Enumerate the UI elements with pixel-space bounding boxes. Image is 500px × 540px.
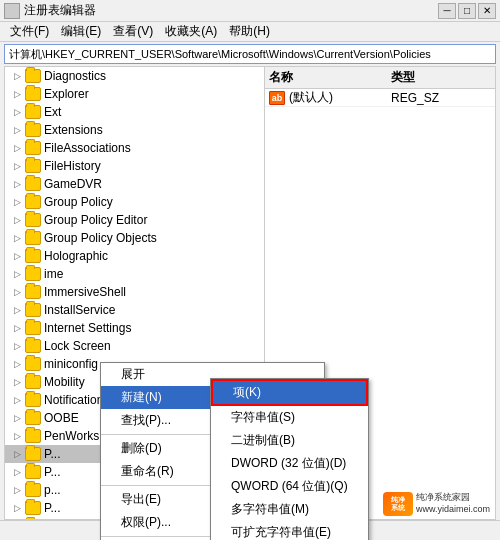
folder-icon xyxy=(25,69,41,83)
expand-icon: ▷ xyxy=(9,410,25,426)
folder-icon xyxy=(25,447,41,461)
tree-item-label: Mobility xyxy=(44,375,85,389)
tree-item[interactable]: ▷Extensions xyxy=(5,121,264,139)
address-bar: 计算机\ HKEY_CURRENT_USER\Software\Microsof… xyxy=(4,44,496,64)
menu-help[interactable]: 帮助(H) xyxy=(223,22,276,41)
tree-item-label: Group Policy xyxy=(44,195,113,209)
tree-item-label: InstallService xyxy=(44,303,115,317)
expand-icon: ▷ xyxy=(9,104,25,120)
expand-icon: ▷ xyxy=(9,230,25,246)
tree-item[interactable]: ▷Holographic xyxy=(5,247,264,265)
submenu-multistring[interactable]: 多字符串值(M) xyxy=(211,498,368,521)
folder-icon xyxy=(25,285,41,299)
expand-icon: ▷ xyxy=(9,194,25,210)
folder-icon xyxy=(25,357,41,371)
tree-item-label: Explorer xyxy=(44,87,89,101)
expand-icon: ▷ xyxy=(9,482,25,498)
address-value[interactable]: HKEY_CURRENT_USER\Software\Microsoft\Win… xyxy=(45,48,491,60)
tree-item-label: ImmersiveShell xyxy=(44,285,126,299)
folder-icon xyxy=(25,465,41,479)
expand-icon: ▷ xyxy=(9,176,25,192)
submenu-key[interactable]: 项(K) xyxy=(211,379,368,406)
tree-item-label: Extensions xyxy=(44,123,103,137)
folder-icon xyxy=(25,393,41,407)
folder-icon xyxy=(25,375,41,389)
tree-item-label: ime xyxy=(44,267,63,281)
expand-icon: ▷ xyxy=(9,356,25,372)
tree-item-label: Group Policy Objects xyxy=(44,231,157,245)
maximize-button[interactable]: □ xyxy=(458,3,476,19)
expand-icon: ▷ xyxy=(9,500,25,516)
folder-icon xyxy=(25,159,41,173)
submenu-expandstring[interactable]: 可扩充字符串值(E) xyxy=(211,521,368,540)
tree-item[interactable]: ▷InstallService xyxy=(5,301,264,319)
tree-item-label: miniconfig xyxy=(44,357,98,371)
app-icon xyxy=(4,3,20,19)
main-content: ▷Diagnostics▷Explorer▷Ext▷Extensions▷Fil… xyxy=(4,66,496,520)
expand-icon: ▷ xyxy=(9,320,25,336)
expand-icon: ▷ xyxy=(9,86,25,102)
folder-icon xyxy=(25,141,41,155)
folder-icon xyxy=(25,501,41,515)
folder-icon xyxy=(25,105,41,119)
tree-item-label: GameDVR xyxy=(44,177,102,191)
address-label: 计算机\ xyxy=(9,47,45,62)
folder-icon xyxy=(25,87,41,101)
menu-favorites[interactable]: 收藏夹(A) xyxy=(159,22,223,41)
tree-item-label: FileAssociations xyxy=(44,141,131,155)
tree-item[interactable]: ▷Group Policy xyxy=(5,193,264,211)
tree-item-label: P... xyxy=(44,501,60,515)
expand-icon: ▷ xyxy=(9,266,25,282)
expand-icon: ▷ xyxy=(9,122,25,138)
registry-value-row[interactable]: ab (默认人) REG_SZ xyxy=(265,89,495,107)
registry-value-type: REG_SZ xyxy=(391,91,491,105)
folder-icon xyxy=(25,231,41,245)
tree-item[interactable]: ▷GameDVR xyxy=(5,175,264,193)
menu-edit[interactable]: 编辑(E) xyxy=(55,22,107,41)
registry-value-name: (默认人) xyxy=(289,89,391,106)
tree-item[interactable]: ▷Diagnostics xyxy=(5,67,264,85)
tree-item[interactable]: ▷Ext xyxy=(5,103,264,121)
tree-item[interactable]: ▷FileHistory xyxy=(5,157,264,175)
menu-view[interactable]: 查看(V) xyxy=(107,22,159,41)
close-button[interactable]: ✕ xyxy=(478,3,496,19)
expand-icon: ▷ xyxy=(9,158,25,174)
expand-icon: ▷ xyxy=(9,140,25,156)
tree-item[interactable]: ▷Group Policy Objects xyxy=(5,229,264,247)
title-bar: 注册表编辑器 ─ □ ✕ xyxy=(0,0,500,22)
expand-icon: ▷ xyxy=(9,518,25,519)
watermark-logo: 纯净系统 xyxy=(383,492,413,516)
tree-item[interactable]: ▷ImmersiveShell xyxy=(5,283,264,301)
tree-item-label: P... xyxy=(44,465,60,479)
tree-item[interactable]: ▷ime xyxy=(5,265,264,283)
watermark-text: 纯净系统家园 www.yidaimei.com xyxy=(416,492,490,515)
expand-icon: ▷ xyxy=(9,212,25,228)
tree-item-label: Holographic xyxy=(44,249,108,263)
tree-item-label: Group Policy Editor xyxy=(44,213,147,227)
tree-item[interactable]: ▷Internet Settings xyxy=(5,319,264,337)
folder-icon xyxy=(25,267,41,281)
tree-item-label: Internet Settings xyxy=(44,321,131,335)
tree-item-label: P... xyxy=(44,447,60,461)
tree-item[interactable]: ▷FileAssociations xyxy=(5,139,264,157)
tree-item-label: OOBE xyxy=(44,411,79,425)
tree-item-label: Ext xyxy=(44,105,61,119)
folder-icon xyxy=(25,249,41,263)
submenu-binary[interactable]: 二进制值(B) xyxy=(211,429,368,452)
submenu-qword64[interactable]: QWORD (64 位值)(Q) xyxy=(211,475,368,498)
menu-file[interactable]: 文件(F) xyxy=(4,22,55,41)
watermark: 纯净系统 纯净系统家园 www.yidaimei.com xyxy=(380,491,493,517)
expand-icon: ▷ xyxy=(9,338,25,354)
folder-icon xyxy=(25,195,41,209)
expand-icon: ▷ xyxy=(9,248,25,264)
folder-icon xyxy=(25,411,41,425)
submenu-dword32[interactable]: DWORD (32 位值)(D) xyxy=(211,452,368,475)
minimize-button[interactable]: ─ xyxy=(438,3,456,19)
tree-item[interactable]: ▷Group Policy Editor xyxy=(5,211,264,229)
tree-item-label: FileHistory xyxy=(44,159,101,173)
tree-item[interactable]: ▷Lock Screen xyxy=(5,337,264,355)
submenu-string[interactable]: 字符串值(S) xyxy=(211,406,368,429)
tree-item[interactable]: ▷Explorer xyxy=(5,85,264,103)
menu-bar: 文件(F) 编辑(E) 查看(V) 收藏夹(A) 帮助(H) xyxy=(0,22,500,42)
expand-icon: ▷ xyxy=(9,302,25,318)
